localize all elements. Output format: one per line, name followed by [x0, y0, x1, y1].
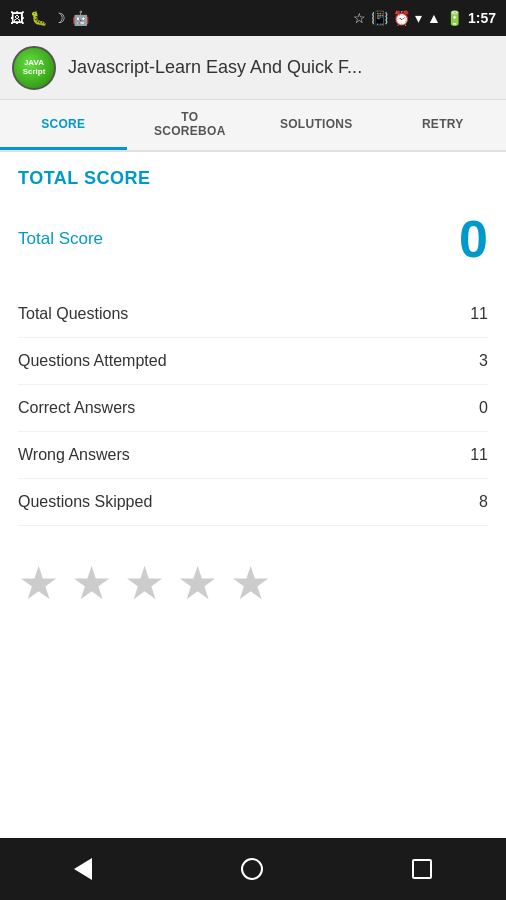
total-score-value: 0: [459, 209, 488, 269]
stat-row-wrong-answers: Wrong Answers 11: [18, 432, 488, 479]
stars-row: ★ ★ ★ ★ ★: [18, 550, 488, 616]
stat-value-questions-attempted: 3: [479, 352, 488, 370]
nav-back-button[interactable]: [74, 858, 92, 880]
tab-solutions[interactable]: SOLUTIONS: [253, 100, 380, 150]
main-content: TOTAL SCORE Total Score 0 Total Question…: [0, 152, 506, 632]
stat-value-wrong-answers: 11: [470, 446, 488, 464]
tab-scoreboard[interactable]: TOSCOREBOA: [127, 100, 254, 150]
section-title: TOTAL SCORE: [18, 168, 488, 189]
nav-recent-button[interactable]: [412, 859, 432, 879]
app-header: JAVAScript Javascript-Learn Easy And Qui…: [0, 36, 506, 100]
total-score-row: Total Score 0: [18, 209, 488, 269]
stat-row-questions-skipped: Questions Skipped 8: [18, 479, 488, 526]
star-3: ★: [124, 560, 165, 606]
moon-icon: ☽: [53, 10, 66, 26]
status-time: 1:57: [468, 10, 496, 26]
wifi-icon: ▾: [415, 10, 422, 26]
battery-icon: 🔋: [446, 10, 463, 26]
status-bar-right: ☆ 📳 ⏰ ▾ ▲ 🔋 1:57: [353, 10, 496, 26]
total-score-label: Total Score: [18, 229, 103, 249]
photo-icon: 🖼: [10, 10, 24, 26]
alarm-icon: ⏰: [393, 10, 410, 26]
tab-score[interactable]: SCORE: [0, 100, 127, 150]
stat-value-correct-answers: 0: [479, 399, 488, 417]
bug-icon: 🐛: [30, 10, 47, 26]
stat-row-total-questions: Total Questions 11: [18, 291, 488, 338]
stats-table: Total Questions 11 Questions Attempted 3…: [18, 291, 488, 526]
status-bar-left: 🖼 🐛 ☽ 🤖: [10, 10, 89, 26]
tabs-container: SCORE TOSCOREBOA SOLUTIONS RETRY: [0, 100, 506, 152]
status-bar: 🖼 🐛 ☽ 🤖 ☆ 📳 ⏰ ▾ ▲ 🔋 1:57: [0, 0, 506, 36]
star-icon: ☆: [353, 10, 366, 26]
star-5: ★: [230, 560, 271, 606]
app-title: Javascript-Learn Easy And Quick F...: [68, 57, 494, 78]
stat-label-correct-answers: Correct Answers: [18, 399, 135, 417]
star-4: ★: [177, 560, 218, 606]
stat-row-correct-answers: Correct Answers 0: [18, 385, 488, 432]
stat-value-questions-skipped: 8: [479, 493, 488, 511]
app-logo: JAVAScript: [12, 46, 56, 90]
bottom-nav: [0, 838, 506, 900]
signal-icon: ▲: [427, 10, 441, 26]
star-2: ★: [71, 560, 112, 606]
app-logo-text: JAVAScript: [23, 59, 46, 77]
stat-label-wrong-answers: Wrong Answers: [18, 446, 130, 464]
tab-retry[interactable]: RETRY: [380, 100, 507, 150]
stat-label-questions-attempted: Questions Attempted: [18, 352, 167, 370]
vibrate-icon: 📳: [371, 10, 388, 26]
star-1: ★: [18, 560, 59, 606]
stat-label-questions-skipped: Questions Skipped: [18, 493, 152, 511]
stat-value-total-questions: 11: [470, 305, 488, 323]
stat-row-questions-attempted: Questions Attempted 3: [18, 338, 488, 385]
stat-label-total-questions: Total Questions: [18, 305, 128, 323]
nav-home-button[interactable]: [241, 858, 263, 880]
android-icon: 🤖: [72, 10, 89, 26]
